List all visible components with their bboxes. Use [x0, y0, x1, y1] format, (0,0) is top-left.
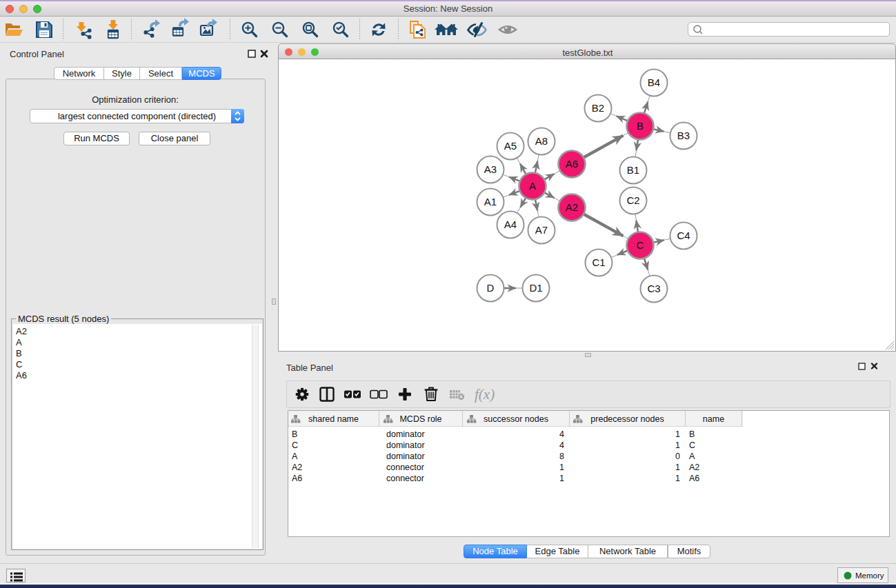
svg-text:B2: B2: [592, 102, 604, 114]
svg-text:f(x): f(x): [475, 386, 495, 403]
svg-text:B3: B3: [677, 130, 690, 141]
svg-text:C3: C3: [647, 283, 660, 294]
svg-text:B: B: [637, 120, 644, 132]
svg-text:C1: C1: [592, 256, 605, 268]
svg-text:A5: A5: [504, 140, 517, 152]
svg-text:A6: A6: [566, 158, 578, 170]
svg-text:A: A: [529, 180, 536, 192]
svg-text:A4: A4: [504, 219, 517, 230]
svg-text:D: D: [487, 282, 495, 294]
svg-text:B1: B1: [627, 164, 639, 176]
svg-text:A7: A7: [535, 224, 548, 236]
svg-text:A2: A2: [566, 201, 578, 213]
svg-text:B4: B4: [648, 77, 660, 88]
svg-text:C: C: [637, 239, 644, 251]
svg-text:A1: A1: [484, 196, 497, 207]
svg-text:D1: D1: [529, 282, 542, 294]
svg-text:C4: C4: [677, 230, 690, 241]
svg-text:A3: A3: [484, 163, 497, 175]
svg-text:C2: C2: [626, 194, 639, 206]
svg-text:A8: A8: [535, 135, 548, 147]
